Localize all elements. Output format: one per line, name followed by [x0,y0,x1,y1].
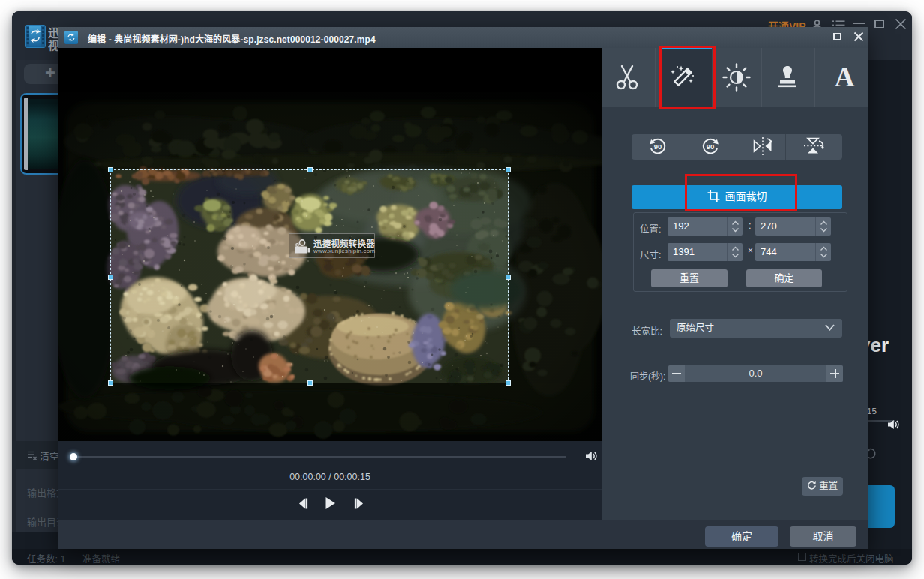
svg-text:90: 90 [706,142,715,151]
svg-text:90: 90 [654,142,662,151]
